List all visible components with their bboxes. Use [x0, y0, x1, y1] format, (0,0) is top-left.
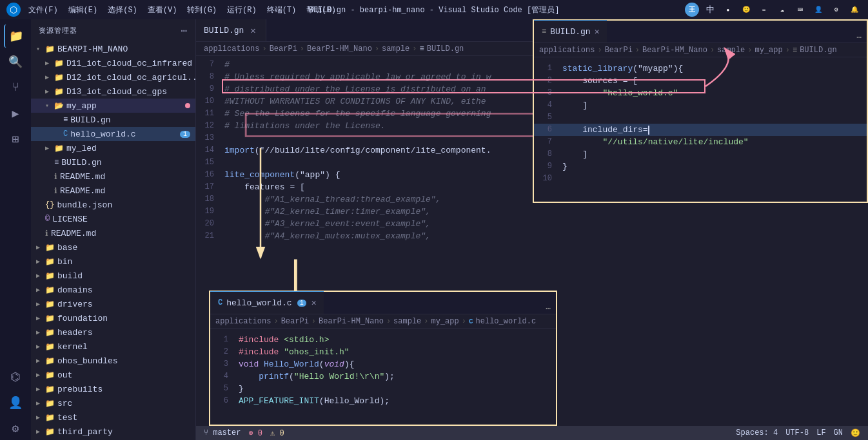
cloud-icon[interactable]: ☁: [775, 3, 789, 17]
activity-search[interactable]: 🔍: [4, 50, 27, 73]
right-panel-menu[interactable]: ⋯: [851, 32, 867, 43]
line-content[interactable]: [560, 111, 867, 124]
line-content[interactable]: static_library("myapp"){: [560, 62, 867, 75]
ime-icon[interactable]: 中: [703, 3, 717, 17]
sidebar-item-out[interactable]: ▶ 📁 out: [31, 368, 195, 382]
menu-run[interactable]: 运行(R): [227, 5, 257, 15]
tab-buildgn[interactable]: BUILD.gn ✕: [196, 19, 266, 41]
activity-remote[interactable]: ⌬: [4, 365, 27, 388]
sidebar-item-src[interactable]: ▶ 📁 src: [31, 396, 195, 410]
breadcrumb-bearpi[interactable]: BearPi: [270, 44, 297, 53]
sidebar-item-foundation[interactable]: ▶ 📁 foundation: [31, 311, 195, 325]
notification-icon[interactable]: 🔔: [847, 3, 862, 17]
activity-extensions[interactable]: ⊞: [4, 128, 27, 151]
activity-settings[interactable]: ⚙: [4, 417, 27, 440]
bottom-tab-close[interactable]: ✕: [311, 298, 317, 308]
sidebar-item-headers[interactable]: ▶ 📁 headers: [31, 325, 195, 340]
sidebar-item-drivers[interactable]: ▶ 📁 drivers: [31, 297, 195, 311]
bc-bearpi[interactable]: BearPi: [281, 317, 309, 326]
sidebar-item-myled[interactable]: ▶ 📁 my_led: [31, 141, 195, 155]
bc-myapp[interactable]: my_app: [755, 46, 783, 55]
emoji-icon[interactable]: 🙂: [739, 3, 753, 17]
sidebar-item-d11[interactable]: ▶ 📁 D11_iot_cloud_oc_infrared: [31, 56, 195, 70]
sidebar-item-d12[interactable]: ▶ 📁 D12_iot_cloud_oc_agricul...: [31, 70, 195, 84]
breadcrumb-applications[interactable]: applications: [204, 44, 259, 53]
activity-accounts[interactable]: 👤: [4, 391, 27, 414]
sidebar-item-readme1[interactable]: ▶ ℹ README.md: [31, 169, 195, 184]
bc-nano[interactable]: BearPi-HM_Nano: [319, 317, 384, 326]
line-content[interactable]: void Hello_World(void){: [236, 358, 556, 370]
menu-select[interactable]: 选择(S): [108, 5, 137, 15]
bc-buildgn[interactable]: BUILD.gn: [800, 46, 837, 55]
bc-sample[interactable]: sample: [393, 317, 421, 326]
line-content[interactable]: include_dirs=: [560, 124, 867, 136]
line-content[interactable]: #include <stdio.h>: [236, 334, 556, 346]
sidebar-item-readme3[interactable]: ▶ ℹ README.md: [31, 226, 195, 240]
line-content[interactable]: ]: [560, 148, 867, 160]
line-content[interactable]: "//utils/native/lite/include": [560, 136, 867, 148]
status-language[interactable]: GN: [834, 428, 843, 437]
sidebar-item-domains[interactable]: ▶ 📁 domains: [31, 283, 195, 297]
titlebar-menu[interactable]: 文件(F) 编辑(E) 选择(S) 查看(V) 转到(G) 运行(R) 终端(T…: [28, 5, 336, 15]
status-errors[interactable]: ⊗ 0: [248, 428, 262, 438]
activity-explorer[interactable]: 📁: [4, 24, 27, 48]
activity-run[interactable]: ▶: [4, 102, 27, 125]
line-content[interactable]: #"A2_kernel_timer:timer_example",: [222, 206, 868, 218]
keyboard-icon[interactable]: ⌨: [793, 3, 807, 17]
sidebar-item-myapp[interactable]: ▾ 📂 my_app: [31, 99, 195, 113]
status-branch[interactable]: ⑂ master: [204, 428, 241, 437]
sidebar-item-buildgn[interactable]: ▶ ≡ BUILD.gn: [31, 113, 195, 127]
sidebar-item-prebuilts[interactable]: ▶ 📁 prebuilts: [31, 382, 195, 396]
tab-close-icon[interactable]: ✕: [248, 25, 258, 36]
sidebar-item-ohosbundles[interactable]: ▶ 📁 ohos_bundles: [31, 354, 195, 368]
line-content[interactable]: }: [236, 383, 556, 395]
menu-terminal[interactable]: 终端(T): [267, 5, 297, 15]
bc-applications[interactable]: applications: [215, 317, 271, 326]
bc-applications[interactable]: applications: [539, 46, 595, 55]
user-avatar[interactable]: 王: [685, 3, 699, 17]
sidebar-item-thirdparty[interactable]: ▶ 📁 third_party: [31, 425, 195, 439]
bottom-editor-panel[interactable]: C hello_world.c 1 ✕ ⋯ applications › Bea…: [209, 291, 557, 426]
line-content[interactable]: [560, 173, 867, 185]
line-content[interactable]: APP_FEATURE_INIT(Hello_World);: [236, 395, 556, 407]
bc-bearpi[interactable]: BearPi: [605, 46, 633, 55]
bottom-tab[interactable]: C hello_world.c 1 ✕: [210, 291, 324, 314]
sidebar-item-kernel[interactable]: ▶ 📁 kernel: [31, 340, 195, 354]
activity-git[interactable]: ⑂: [4, 76, 27, 99]
line-content[interactable]: ]: [560, 99, 867, 111]
bottom-panel-menu[interactable]: ⋯: [540, 303, 556, 314]
sidebar-item-buildgn2[interactable]: ▶ ≡ BUILD.gn: [31, 155, 195, 169]
menu-view[interactable]: 查看(V): [148, 5, 177, 15]
right-tab-close[interactable]: ✕: [595, 26, 600, 37]
right-editor-panel[interactable]: ≡ BUILD.gn ✕ ⋯ applications › BearPi › B…: [533, 19, 868, 203]
settings-icon[interactable]: ⚙: [829, 3, 843, 17]
right-tab[interactable]: ≡ BUILD.gn ✕: [534, 20, 607, 43]
line-content[interactable]: sources = [: [560, 75, 867, 87]
status-encoding[interactable]: UTF-8: [785, 428, 809, 437]
pencil-icon[interactable]: ✏️: [757, 3, 771, 17]
sidebar-item-bin[interactable]: ▶ 📁 bin: [31, 254, 195, 269]
sidebar-root[interactable]: ▾ 📁 BEARPI-HM_NANO: [31, 42, 195, 56]
bc-sample[interactable]: sample: [717, 46, 745, 55]
status-warnings[interactable]: ⚠ 0: [270, 428, 284, 438]
line-content[interactable]: #"A3_kernel_event:event_example",: [222, 218, 868, 230]
sidebar-item-d13[interactable]: ▶ 📁 D13_iot_cloud_oc_gps: [31, 84, 195, 99]
sidebar-menu-icon[interactable]: ⋯: [181, 24, 188, 37]
sidebar-item-bundlejson[interactable]: ▶ {} bundle.json: [31, 198, 195, 212]
sidebar-item-base[interactable]: ▶ 📁 base: [31, 240, 195, 254]
breadcrumb-bearpihmnan[interactable]: BearPi-HM_Nano: [307, 44, 372, 53]
sidebar-item-test[interactable]: ▶ 📁 test: [31, 410, 195, 425]
person-icon[interactable]: 👤: [811, 3, 825, 17]
line-content[interactable]: #"A4_kernel_mutex:mutex_example",: [222, 230, 868, 242]
breadcrumb-filename[interactable]: BUILD.gn: [427, 44, 464, 53]
menu-goto[interactable]: 转到(G): [187, 5, 217, 15]
bc-myapp[interactable]: my_app: [431, 317, 459, 326]
line-content[interactable]: }: [560, 160, 867, 173]
sidebar-item-license[interactable]: ▶ © LICENSE: [31, 212, 195, 226]
line-content[interactable]: "hello_world.c": [560, 87, 867, 99]
status-lineending[interactable]: LF: [816, 428, 825, 437]
breadcrumb-sample[interactable]: sample: [382, 44, 409, 53]
sidebar-item-build[interactable]: ▶ 📁 build: [31, 269, 195, 283]
bc-helloworld[interactable]: hello_world.c: [476, 317, 537, 326]
bc-nano[interactable]: BearPi-HM_Nano: [642, 46, 707, 55]
